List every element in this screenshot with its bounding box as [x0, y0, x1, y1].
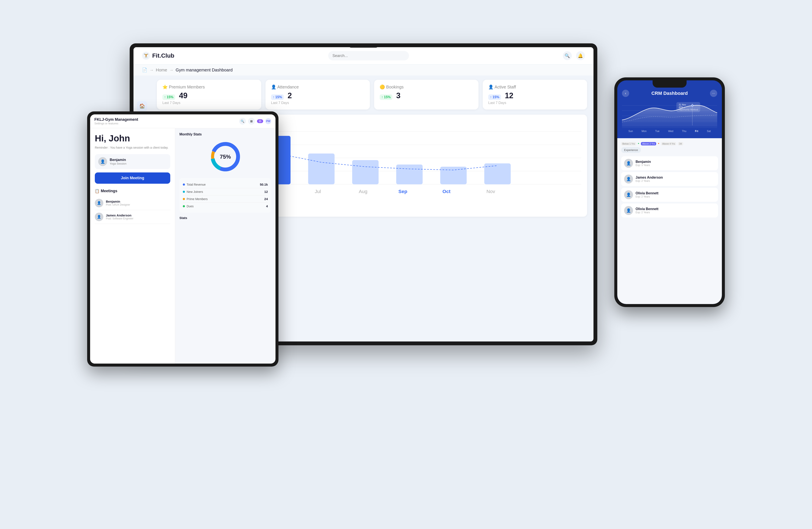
stats-item-members: Prime Members 24 [183, 196, 268, 203]
tablet-body: FKLJ-Gym Management Settings or features… [87, 111, 278, 367]
stat-label-attendance: 👤 Attendance [271, 84, 364, 89]
meeting-name-0: Benjamin [106, 200, 130, 203]
stat-value-attendance: 2 [288, 91, 292, 100]
dot-dues [183, 205, 185, 207]
filter-count-badge: 34 [678, 142, 683, 145]
staff-exp-3: Exp: 2 Years [636, 211, 658, 214]
phone-header: ‹ CRM Dashboard ··· [622, 90, 717, 97]
bell-icon[interactable]: 🔔 [576, 51, 585, 60]
x-label-fri: Fri [695, 130, 698, 133]
staff-item-1: 👤 James Anderson Exp: 2 Years [621, 172, 718, 186]
svg-rect-12 [484, 163, 511, 184]
breadcrumb-doc-icon: 📄 [142, 67, 147, 72]
stat-label-staff: 👤 Active Staff [488, 84, 582, 89]
tablet-search-icon[interactable]: 🔍 [239, 118, 246, 125]
stats-label-dues: Dues [183, 204, 194, 208]
x-label-sun: Sun [628, 130, 633, 133]
meeting-post-0: Post: UI/UX Designer [106, 203, 130, 206]
meeting-item-0: 👤 Benjamin Post: UI/UX Designer [95, 196, 170, 210]
stat-sub-attendance: Last 7 Days [271, 101, 289, 105]
staff-name-1: James Anderson [636, 176, 663, 180]
tablet-grid-icon[interactable]: ⊞ [248, 118, 255, 125]
breadcrumb: 📄 → Home → Gym management Dashboard [133, 65, 594, 75]
dot-joiners [183, 191, 185, 193]
filter-above-2: Above 2 Yrs [641, 142, 656, 145]
staff-exp-0: Exp: 3 Years [636, 164, 651, 167]
stats-label-joiners: New Joiners [183, 190, 203, 194]
laptop-icon-group: 🔍 🔔 [563, 51, 585, 60]
tablet-badge: 11 [257, 119, 263, 123]
stat-badge-staff: ↑ 15% [488, 95, 501, 100]
logo-text: Fit.Club [152, 52, 174, 59]
donut-center-label: 75% [220, 154, 231, 160]
tablet-left-panel: Hi, John Reminder : You have a Yoga sess… [90, 128, 175, 363]
session-avatar: 👤 [98, 157, 107, 166]
laptop-logo: 🏋️ Fit.Club [142, 52, 174, 60]
session-type: Yoga Session [110, 162, 127, 165]
tablet-avatar[interactable]: PW [265, 118, 271, 124]
filter-above-4: Above 4 Yrs [661, 142, 677, 145]
sidebar-home-icon[interactable]: 🏠 [137, 101, 147, 111]
laptop-topbar: 🏋️ Fit.Club 🔍 🔔 [133, 47, 594, 65]
search-icon[interactable]: 🔍 [563, 51, 572, 60]
breadcrumb-current: Gym management Dashboard [176, 68, 233, 72]
stat-label-bookings: 🟡 Bookings [380, 84, 473, 89]
meeting-name-1: James Anderson [106, 213, 133, 217]
session-card: 👤 Benjamin Yoga Session [95, 154, 170, 169]
phone-title: CRM Dashboard [651, 90, 688, 96]
svg-text:Oct: Oct [443, 189, 450, 194]
stats-value-dues: 4 [266, 204, 268, 208]
stats-label-members: Prime Members [183, 197, 208, 201]
session-trainer-name: Benjamin [110, 158, 127, 162]
breadcrumb-arrow-1: → [149, 68, 154, 72]
donut-chart: 75% [208, 140, 242, 174]
tooltip-line2: 40% ↑ [679, 106, 698, 109]
staff-item-3: 👤 Olivia Bennett Exp: 2 Years [621, 203, 718, 217]
tablet-device: FKLJ-Gym Management Settings or features… [87, 111, 278, 367]
chart-tooltip: 31 Nov 40% ↑ Opportunity Workout [677, 102, 700, 112]
stat-value-premium: 49 [179, 91, 188, 100]
meeting-avatar-0: 👤 [95, 199, 103, 207]
stats-label-revenue: Total Revenue [183, 183, 206, 186]
stats-value-revenue: 50.1k [260, 183, 268, 186]
stats-item-revenue: Total Revenue 50.1k [183, 181, 268, 188]
stat-label-premium: ⭐ Premium Members [162, 84, 256, 89]
phone-body: ‹ CRM Dashboard ··· 31 Nov 40% ↑ Opportu… [614, 77, 725, 307]
stat-badge-premium: ↑ 15% [162, 95, 175, 100]
x-label-thu: Thu [682, 130, 686, 133]
filter-experience[interactable]: Experience [621, 147, 641, 153]
meeting-post-1: Post: Software Engineer [106, 217, 133, 220]
staff-exp-2: Exp: 2 Years [636, 195, 658, 198]
stats-row: ⭐ Premium Members ↑ 15% 49 Last 7 Days [157, 80, 587, 110]
breadcrumb-home[interactable]: Home [156, 68, 167, 72]
tablet-greeting: Hi, John [95, 133, 170, 144]
tablet-right-panel: Monthly Stats [175, 128, 275, 363]
staff-name-2: Olivia Bennett [636, 191, 658, 195]
dot-revenue [183, 184, 185, 186]
phone-notch [653, 80, 686, 88]
tablet-topbar: FKLJ-Gym Management Settings or features… [90, 114, 275, 128]
staff-item-2: 👤 Olivia Bennett Exp: 2 Years [621, 188, 718, 202]
staff-list: 👤 Benjamin Exp: 3 Years 👤 James Anderson… [621, 156, 718, 219]
staff-name-3: Olivia Bennett [636, 207, 658, 211]
stats-value-members: 24 [264, 197, 268, 201]
stat-sub-staff: Last 7 Days [488, 101, 506, 105]
laptop-search-input[interactable] [328, 51, 409, 60]
join-meeting-button[interactable]: Join Meeting [95, 172, 170, 184]
tablet-content: Hi, John Reminder : You have a Yoga sess… [90, 128, 275, 363]
staff-exp-1: Exp: 2 Years [636, 180, 663, 183]
phone-back-button[interactable]: ‹ [622, 90, 629, 97]
phone-more-button[interactable]: ··· [710, 90, 717, 97]
filter-dot-active: ● [638, 142, 639, 145]
svg-rect-9 [352, 160, 379, 184]
stat-sub-premium: Last 7 Days [162, 101, 180, 105]
stats-item-dues: Dues 4 [183, 203, 268, 210]
svg-text:Nov: Nov [487, 189, 495, 194]
monthly-stats-title: Monthly Stats [179, 132, 271, 136]
scene: 🏋️ Fit.Club 🔍 🔔 📄 → Home → Gym managem [66, 31, 746, 498]
phone-device: ‹ CRM Dashboard ··· 31 Nov 40% ↑ Opportu… [614, 77, 725, 307]
staff-name-0: Benjamin [636, 160, 651, 164]
svg-text:Jul: Jul [315, 189, 321, 194]
x-label-mon: Mon [641, 130, 647, 133]
stat-value-staff: 12 [505, 91, 513, 100]
